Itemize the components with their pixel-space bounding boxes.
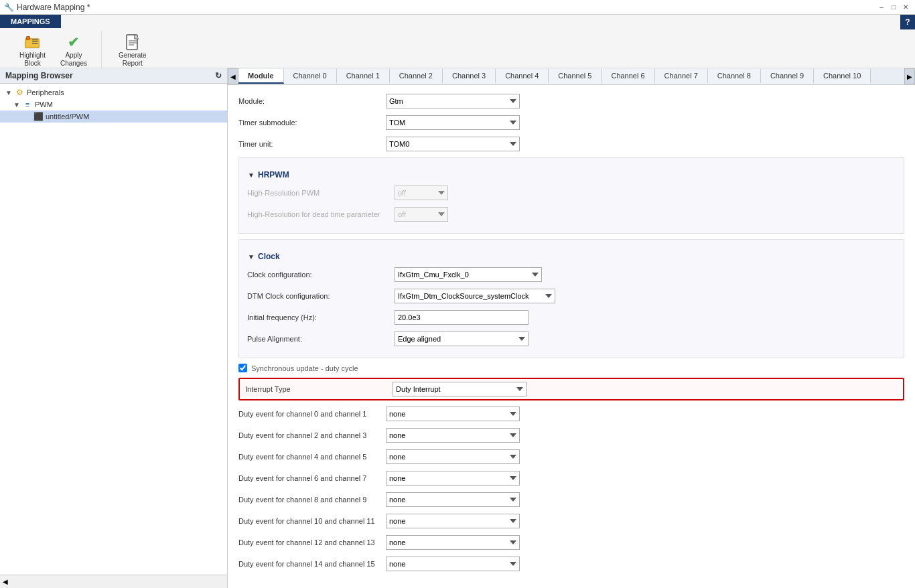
title-bar-controls: – □ ✕ bbox=[876, 2, 911, 13]
tab-channel10[interactable]: Channel 10 bbox=[814, 69, 871, 84]
clock-config-select[interactable]: IfxGtm_Cmu_Fxclk_0 IfxGtm_Cmu_Fxclk_1 bbox=[395, 267, 542, 282]
mappings-tab[interactable]: MAPPINGS bbox=[0, 15, 61, 28]
tab-channel8[interactable]: Channel 8 bbox=[708, 69, 761, 84]
pulse-alignment-label: Pulse Alignment: bbox=[247, 335, 395, 343]
duty-event-row-0: Duty event for channel 0 and channel 1 n… bbox=[238, 406, 904, 422]
pwm-icon: ≡ bbox=[23, 100, 32, 109]
peripherals-icon: ⚙ bbox=[15, 88, 24, 97]
timer-unit-control: TOM0 TOM1 TOM2 bbox=[386, 137, 573, 151]
duty-event-select-6[interactable]: none bbox=[386, 535, 520, 550]
tab-module[interactable]: Module bbox=[238, 69, 284, 84]
channel-tabs: ◀ Module Channel 0 Channel 1 Channel 2 C… bbox=[228, 68, 915, 85]
content-area: ◀ Module Channel 0 Channel 1 Channel 2 C… bbox=[228, 68, 915, 588]
duty-event-row-4: Duty event for channel 8 and channel 9 n… bbox=[238, 492, 904, 508]
duty-event-select-3[interactable]: none bbox=[386, 471, 520, 486]
timer-unit-select[interactable]: TOM0 TOM1 TOM2 bbox=[386, 137, 520, 151]
pwm-label: PWM bbox=[35, 100, 53, 108]
tab-channel2[interactable]: Channel 2 bbox=[390, 69, 443, 84]
clock-collapse-btn[interactable]: ▼ bbox=[247, 252, 255, 261]
pulse-alignment-row: Pulse Alignment: Edge aligned Center ali… bbox=[247, 331, 896, 347]
initial-freq-input[interactable] bbox=[395, 310, 529, 325]
timer-submodule-select[interactable]: TOM ATOM bbox=[386, 115, 520, 130]
duty-event-label-2: Duty event for channel 4 and channel 5 bbox=[238, 453, 386, 461]
tab-channel9[interactable]: Channel 9 bbox=[761, 69, 814, 84]
sidebar: Mapping Browser ↻ ▼ ⚙ Peripherals ▼ ≡ PW… bbox=[0, 68, 228, 588]
highlight-block-button[interactable]: HighlightBlock bbox=[13, 31, 52, 71]
channel-tab-prev[interactable]: ◀ bbox=[228, 68, 238, 84]
sidebar-item-peripherals[interactable]: ▼ ⚙ Peripherals bbox=[0, 86, 227, 98]
duty-event-select-7[interactable]: none bbox=[386, 557, 520, 571]
high-res-pwm-label: High-Resolution PWM bbox=[247, 189, 395, 197]
untitled-pwm-arrow: ▷ bbox=[24, 113, 31, 121]
duty-event-row-5: Duty event for channel 10 and channel 11… bbox=[238, 513, 904, 529]
pulse-alignment-control: Edge aligned Center aligned bbox=[395, 332, 582, 346]
apply-changes-button[interactable]: ✔ ApplyChanges bbox=[54, 31, 93, 71]
duty-event-control-7: none bbox=[386, 557, 573, 571]
high-res-pwm-select[interactable]: off on bbox=[395, 186, 448, 200]
duty-event-select-1[interactable]: none bbox=[386, 428, 520, 443]
tab-channel0[interactable]: Channel 0 bbox=[284, 69, 337, 84]
dtm-clock-config-label: DTM Clock configuration: bbox=[247, 292, 395, 300]
tab-channel3[interactable]: Channel 3 bbox=[443, 69, 496, 84]
clock-config-row: Clock configuration: IfxGtm_Cmu_Fxclk_0 … bbox=[247, 267, 896, 283]
module-select[interactable]: Gtm bbox=[386, 94, 520, 108]
title-bar: 🔧 Hardware Mapping * – □ ✕ bbox=[0, 0, 915, 15]
duty-event-control-4: none bbox=[386, 492, 573, 507]
high-res-dead-time-label: High-Resolution for dead time parameter bbox=[247, 210, 395, 218]
high-res-pwm-control: off on bbox=[395, 186, 582, 200]
clock-section-header[interactable]: ▼ Clock bbox=[247, 252, 896, 261]
clock-section: ▼ Clock Clock configuration: IfxGtm_Cmu_… bbox=[238, 239, 904, 358]
duty-event-label-0: Duty event for channel 0 and channel 1 bbox=[238, 410, 386, 418]
tab-channel4[interactable]: Channel 4 bbox=[496, 69, 549, 84]
close-button[interactable]: ✕ bbox=[900, 2, 911, 13]
clock-config-control: IfxGtm_Cmu_Fxclk_0 IfxGtm_Cmu_Fxclk_1 bbox=[395, 267, 582, 282]
hrpwm-collapse-btn[interactable]: ▼ bbox=[247, 171, 255, 179]
interrupt-type-select[interactable]: Duty Interrupt Period Interrupt None bbox=[393, 382, 526, 396]
dtm-clock-config-row: DTM Clock configuration: IfxGtm_Dtm_Cloc… bbox=[247, 288, 896, 304]
duty-event-row-7: Duty event for channel 14 and channel 15… bbox=[238, 556, 904, 572]
sidebar-item-pwm[interactable]: ▼ ≡ PWM bbox=[0, 98, 227, 111]
sidebar-scroll-left[interactable]: ◀ bbox=[3, 578, 8, 585]
duty-event-select-2[interactable]: none bbox=[386, 449, 520, 464]
sidebar-refresh-icon[interactable]: ↻ bbox=[215, 71, 222, 80]
help-button[interactable]: ? bbox=[900, 15, 915, 29]
generate-report-button[interactable]: GenerateReport bbox=[113, 31, 153, 71]
maximize-button[interactable]: □ bbox=[888, 2, 899, 13]
tab-channel6[interactable]: Channel 6 bbox=[602, 69, 654, 84]
sync-update-label[interactable]: Synchronous update - duty cycle bbox=[251, 364, 358, 372]
untitled-pwm-icon: ⬛ bbox=[33, 112, 43, 121]
channel-tab-next[interactable]: ▶ bbox=[904, 68, 915, 84]
properties-panel: Module: Gtm Timer submodule: TOM ATOM bbox=[228, 85, 915, 588]
sidebar-item-untitled-pwm[interactable]: ▷ ⬛ untitled/PWM bbox=[0, 111, 227, 123]
sidebar-content: ▼ ⚙ Peripherals ▼ ≡ PWM ▷ ⬛ untitled/PWM bbox=[0, 84, 227, 575]
duty-event-row-1: Duty event for channel 2 and channel 3 n… bbox=[238, 427, 904, 443]
peripherals-arrow: ▼ bbox=[5, 89, 12, 96]
generate-report-label: GenerateReport bbox=[119, 52, 147, 68]
duty-event-select-0[interactable]: none bbox=[386, 407, 520, 421]
high-res-pwm-row: High-Resolution PWM off on bbox=[247, 185, 896, 201]
duty-event-row-3: Duty event for channel 6 and channel 7 n… bbox=[238, 470, 904, 486]
generate-report-icon bbox=[125, 34, 141, 50]
window-title: Hardware Mapping * bbox=[17, 3, 90, 12]
pulse-alignment-select[interactable]: Edge aligned Center aligned bbox=[395, 332, 529, 346]
hrpwm-section-header[interactable]: ▼ HRPWM bbox=[247, 170, 896, 179]
tab-channel5[interactable]: Channel 5 bbox=[549, 69, 602, 84]
high-res-dead-time-select[interactable]: off on bbox=[395, 207, 448, 222]
tab-channel7[interactable]: Channel 7 bbox=[655, 69, 708, 84]
high-res-dead-time-control: off on bbox=[395, 207, 582, 222]
dtm-clock-config-select[interactable]: IfxGtm_Dtm_ClockSource_systemClock IfxGt… bbox=[395, 289, 555, 303]
minimize-button[interactable]: – bbox=[876, 2, 887, 13]
module-row: Module: Gtm bbox=[238, 93, 904, 109]
duty-event-label-7: Duty event for channel 14 and channel 15 bbox=[238, 560, 386, 568]
duty-event-label-3: Duty event for channel 6 and channel 7 bbox=[238, 474, 386, 482]
sync-update-checkbox[interactable] bbox=[238, 364, 247, 372]
duty-event-select-5[interactable]: none bbox=[386, 514, 520, 528]
sidebar-header: Mapping Browser ↻ bbox=[0, 68, 227, 84]
duty-event-select-4[interactable]: none bbox=[386, 492, 520, 507]
clock-section-label: Clock bbox=[258, 252, 280, 261]
initial-freq-control bbox=[395, 310, 582, 325]
peripherals-label: Peripherals bbox=[27, 88, 64, 96]
duty-event-row-2: Duty event for channel 4 and channel 5 n… bbox=[238, 449, 904, 465]
tab-channel1[interactable]: Channel 1 bbox=[337, 69, 390, 84]
duty-event-row-6: Duty event for channel 12 and channel 13… bbox=[238, 534, 904, 550]
